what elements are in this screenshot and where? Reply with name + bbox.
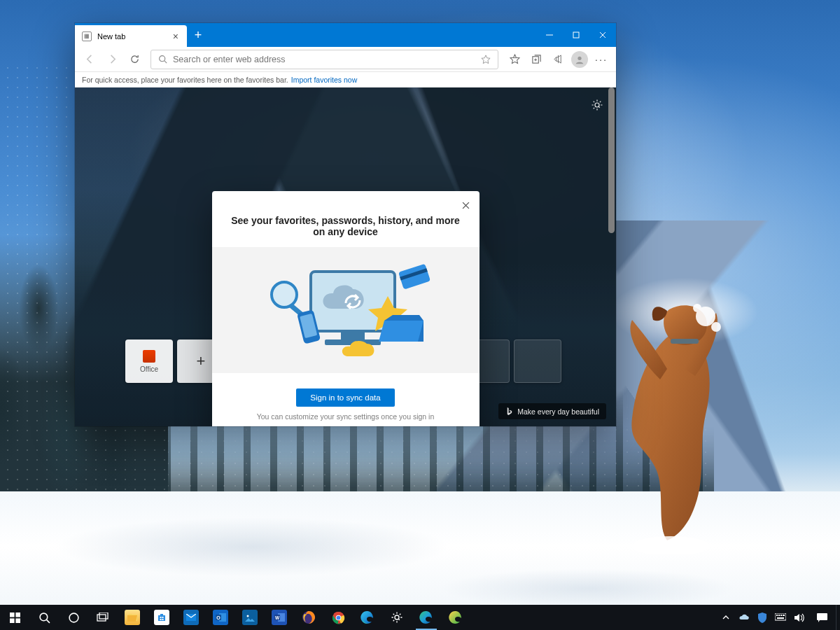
svg-rect-46 [780,615,782,616]
window-maximize-button[interactable] [563,23,589,47]
edge-taskbar-icon[interactable] [412,605,441,630]
forward-button[interactable] [102,49,122,70]
edge-canary-taskbar-icon[interactable] [441,605,470,630]
svg-rect-44 [776,615,778,616]
modal-close-button[interactable] [459,197,472,215]
back-button[interactable] [79,49,100,70]
new-tab-button[interactable]: + [187,23,209,47]
cortana-button[interactable] [59,605,88,630]
quick-link-office[interactable]: Office [125,340,173,383]
window-close-button[interactable] [589,23,616,47]
tray-onedrive-icon[interactable] [735,605,753,630]
page-settings-button[interactable] [591,99,603,114]
svg-point-8 [578,56,581,59]
file-explorer-taskbar-icon[interactable] [118,605,147,630]
svg-point-2 [693,304,701,312]
modal-illustration [212,247,479,373]
chrome-taskbar-icon[interactable] [323,605,353,630]
import-favorites-link[interactable]: Import favorites now [291,76,358,84]
svg-rect-20 [10,618,15,623]
mail-taskbar-icon[interactable] [176,605,206,630]
svg-rect-19 [15,612,20,617]
svg-point-22 [40,613,48,621]
svg-point-35 [247,615,249,617]
profile-button[interactable] [569,49,590,70]
svg-rect-29 [162,619,164,620]
photos-taskbar-icon[interactable] [235,605,265,630]
svg-point-4 [632,536,709,554]
edge-dev-taskbar-icon[interactable] [353,605,382,630]
svg-rect-45 [778,615,780,616]
quick-links: Office + [125,340,225,383]
sync-sign-in-modal: See your favorites, passwords, history, … [212,191,479,426]
svg-rect-5 [573,32,579,38]
outlook-taskbar-icon[interactable]: O [206,605,235,630]
bing-tagline[interactable]: Make every day beautiful [498,403,606,419]
taskbar-search-button[interactable] [29,605,59,630]
word-taskbar-icon[interactable]: W [265,605,294,630]
svg-rect-10 [341,332,365,340]
svg-rect-21 [15,618,20,623]
browser-tab[interactable]: ▦ New tab × [75,25,187,47]
refresh-button[interactable] [124,49,145,70]
address-bar[interactable]: Search or enter web address [150,50,498,69]
svg-rect-24 [97,615,106,621]
favorite-star-icon[interactable] [481,55,491,64]
tray-input-icon[interactable] [771,605,790,630]
tab-title: New tab [97,32,125,41]
quick-link-placeholder[interactable] [514,340,561,383]
svg-text:O: O [216,615,220,620]
svg-point-23 [69,613,78,622]
bing-icon [505,407,513,416]
favorites-button[interactable] [504,49,525,70]
svg-rect-48 [777,617,784,619]
show-desktop-button[interactable] [836,605,840,630]
search-icon [158,55,167,64]
quick-link-label: Office [140,365,158,373]
tab-favicon: ▦ [82,31,92,41]
tray-volume-icon[interactable] [790,605,808,630]
svg-text:W: W [274,615,279,620]
collections-button[interactable] [526,49,547,70]
svg-rect-26 [160,617,162,618]
titlebar: ▦ New tab × + [75,23,616,47]
sign-in-button[interactable]: Sign in to sync data [296,388,394,407]
svg-rect-27 [162,617,164,618]
svg-rect-25 [99,612,108,619]
svg-rect-18 [10,612,15,617]
window-minimize-button[interactable] [536,23,563,47]
modal-title: See your favorites, passwords, history, … [212,215,479,247]
svg-rect-43 [775,613,786,620]
browser-toolbar: Search or enter web address ··· [75,47,616,72]
new-tab-page: Office + Personalized news & more Make e… [75,88,616,426]
svg-point-12 [272,282,297,307]
modal-hint: You can customize your sync settings onc… [212,412,479,421]
action-center-button[interactable] [808,605,836,630]
svg-rect-49 [817,613,827,620]
scrollbar-thumb[interactable] [608,88,615,233]
task-view-button[interactable] [88,605,118,630]
favorites-bar: For quick access, place your favorites h… [75,72,616,88]
address-placeholder: Search or enter web address [173,55,286,64]
read-aloud-button[interactable] [547,49,568,70]
start-button[interactable] [0,605,29,630]
svg-rect-47 [783,615,785,616]
wallpaper-dog [601,295,748,554]
office-icon [143,350,155,363]
svg-rect-3 [671,339,699,344]
svg-point-42 [336,615,340,620]
firefox-taskbar-icon[interactable] [294,605,323,630]
tray-chevron-button[interactable] [717,605,735,630]
svg-point-1 [711,322,721,332]
edge-browser-window: ▦ New tab × + Search or enter web addres… [75,23,616,426]
svg-rect-28 [160,619,162,620]
favorites-hint: For quick access, place your favorites h… [82,76,288,84]
system-tray [717,605,808,630]
svg-point-6 [160,56,165,62]
microsoft-store-taskbar-icon[interactable] [147,605,176,630]
tab-close-icon[interactable]: × [172,29,180,43]
taskbar: O W [0,605,840,630]
more-menu-button[interactable]: ··· [591,49,612,70]
settings-taskbar-icon[interactable] [382,605,412,630]
tray-security-icon[interactable] [753,605,771,630]
